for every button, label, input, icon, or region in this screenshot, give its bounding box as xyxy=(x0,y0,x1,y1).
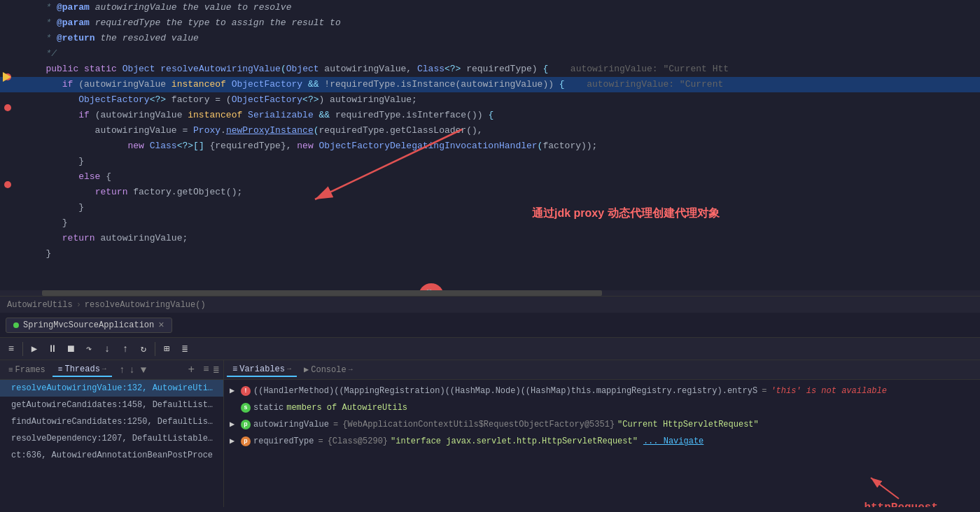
line-code: else { xyxy=(27,169,980,185)
var-expand-arrow[interactable]: ▶ xyxy=(230,434,238,448)
code-line: if (autowiringValue instanceof ObjectFac… xyxy=(0,77,980,92)
var-name: ((HandlerMethod)((MappingRegistration)((… xyxy=(253,384,757,398)
line-code: ObjectFactory<?> factory = (ObjectFactor… xyxy=(27,92,980,108)
frame-item[interactable]: resolveAutowiringValue:132, AutowireUtil… xyxy=(0,380,223,397)
line-code: return autowiringValue; xyxy=(27,231,980,246)
variable-item[interactable]: ▶!((HandlerMethod)((MappingRegistration)… xyxy=(224,383,980,399)
code-line: * @return the resolved value xyxy=(0,31,980,46)
var-type-icon: p xyxy=(241,420,251,429)
frame-item[interactable]: ct:636, AutowiredAnnotationBeanPostProce xyxy=(0,447,223,464)
line-code: } xyxy=(27,154,980,169)
toolbar-btn-frames[interactable]: ⊞ xyxy=(158,341,175,357)
toolbar-btn-step-into[interactable]: ↓ xyxy=(99,341,115,357)
code-line: } xyxy=(0,215,980,231)
breakpoint-dot[interactable] xyxy=(4,181,11,188)
editor-scrollbar[interactable] xyxy=(0,290,980,296)
var-expand-arrow[interactable]: ▶ xyxy=(230,418,238,432)
breadcrumb: AutowireUtils › resolveAutowiringValue() xyxy=(0,296,980,313)
frames-nav-arrows: ↑ ↓ xyxy=(118,364,136,376)
add-button[interactable]: + xyxy=(186,364,198,376)
frames-threads-panel: ≡ Frames ≡ Threads → ↑ ↓ ▼ + ≡ ≣ xyxy=(0,360,224,507)
code-line: return factory.getObject(); xyxy=(0,185,980,200)
breadcrumb-class: AutowireUtils xyxy=(7,300,73,310)
variables-tab-label: Variables xyxy=(239,364,285,374)
var-name: autowiringValue xyxy=(253,418,329,432)
toolbar-btn-layout[interactable]: ≣ xyxy=(176,341,193,357)
debug-toolbar: ≡ ▶ ⏸ ⏹ ↷ ↓ ↑ ↻ ⊞ ≣ xyxy=(0,338,980,360)
line-code: * @param requiredType the type to assign… xyxy=(27,15,980,31)
frames-panel-tabs: ≡ Frames ≡ Threads → ↑ ↓ ▼ + ≡ ≣ xyxy=(0,360,223,380)
variable-item[interactable]: ▶pautowiringValue = {WebApplicationConte… xyxy=(224,416,980,433)
tab-frames[interactable]: ≡ Frames xyxy=(3,364,51,376)
debug-tab-bar: SpringMvcSourceApplication × xyxy=(0,313,980,338)
line-code: } xyxy=(27,215,980,231)
code-line: else { xyxy=(0,169,980,185)
frames-tab-icon: ≡ xyxy=(8,366,13,374)
debug-session-tab[interactable]: SpringMvcSourceApplication × xyxy=(6,318,172,333)
navigate-link[interactable]: ... Navigate xyxy=(643,434,704,448)
code-line: } xyxy=(0,154,980,169)
frame-item[interactable]: getAutowireCandidates:1458, DefaultLista… xyxy=(0,397,223,413)
line-code: autowiringValue = Proxy.newProxyInstance… xyxy=(27,123,980,138)
variable-item[interactable]: sstaticmembers of AutowireUtils xyxy=(224,399,980,416)
var-type-icon: s xyxy=(241,403,251,413)
execution-arrow xyxy=(3,72,11,82)
code-line: return autowiringValue; xyxy=(0,231,980,246)
scrollbar-thumb[interactable] xyxy=(42,290,602,296)
var-value: 'this' is not available xyxy=(771,384,887,398)
session-tab-label: SpringMvcSourceApplication xyxy=(23,320,154,330)
line-code: * @return the resolved value xyxy=(27,31,980,46)
toolbar-separator-1 xyxy=(22,342,23,356)
line-code: if (autowiringValue instanceof Serializa… xyxy=(27,108,980,123)
breadcrumb-method: resolveAutowiringValue() xyxy=(85,300,206,310)
code-line: new Class<?>[] {requiredType}, new Objec… xyxy=(0,138,980,154)
toolbar-btn-resume[interactable]: ▶ xyxy=(26,341,43,357)
var-equals: = xyxy=(333,418,338,432)
variable-item[interactable]: ▶prequiredType = {Class@5290} "interface… xyxy=(224,433,980,450)
threads-tab-arrow: → xyxy=(102,365,106,373)
var-equals: = xyxy=(762,384,766,398)
code-line: * @param autowiringValue the value to re… xyxy=(0,0,980,15)
var-type-icon: ! xyxy=(241,386,251,396)
frames-tab-label: Frames xyxy=(15,365,46,375)
line-code: return factory.getObject(); xyxy=(27,185,980,200)
toolbar-btn-menu[interactable]: ≡ xyxy=(3,341,20,357)
code-line: ObjectFactory<?> factory = (ObjectFactor… xyxy=(0,92,980,108)
http-request-annotation: httpRequest xyxy=(864,474,938,507)
code-line: public static Object resolveAutowiringVa… xyxy=(0,62,980,77)
toolbar-separator-2 xyxy=(155,342,155,356)
nav-up-arrow[interactable]: ↑ xyxy=(118,364,126,376)
breakpoint-dot[interactable] xyxy=(4,104,11,111)
search-button[interactable]: 🔍 xyxy=(419,283,444,290)
toolbar-btn-run-to[interactable]: ↻ xyxy=(135,341,152,357)
code-line: */ xyxy=(0,46,980,62)
var-expand-arrow[interactable]: ▶ xyxy=(230,384,238,398)
breadcrumb-separator: › xyxy=(76,300,81,310)
toolbar-btn-pause[interactable]: ⏸ xyxy=(44,341,61,357)
console-tab-label: Console xyxy=(311,365,346,375)
svg-line-3 xyxy=(871,478,899,499)
toolbar-btn-step-over[interactable]: ↷ xyxy=(80,341,97,357)
session-status-dot xyxy=(13,322,19,328)
line-code: } xyxy=(27,246,980,262)
tab-threads[interactable]: ≡ Threads → xyxy=(52,363,112,377)
line-code: */ xyxy=(27,46,980,62)
toolbar-btn-stop[interactable]: ⏹ xyxy=(62,341,79,357)
tab-variables[interactable]: ≡ Variables → xyxy=(227,363,297,377)
frame-item[interactable]: findAutowireCandidates:1250, DefaultList… xyxy=(0,413,223,430)
code-content: * @param autowiringValue the value to re… xyxy=(0,0,980,262)
nav-extra-1[interactable]: ≡ xyxy=(202,364,210,376)
toolbar-btn-step-out[interactable]: ↑ xyxy=(117,341,134,357)
session-close-button[interactable]: × xyxy=(158,320,164,330)
tab-console[interactable]: ▶ Console → xyxy=(298,363,358,376)
nav-down-arrow[interactable]: ↓ xyxy=(127,364,136,376)
var-type-icon: p xyxy=(241,436,251,446)
annotation-label: 通过jdk proxy 动态代理创建代理对象 xyxy=(532,206,720,221)
frame-item[interactable]: resolveDependency:1207, DefaultListableB… xyxy=(0,430,223,447)
variables-tab-arrow: → xyxy=(287,365,291,373)
var-name: static xyxy=(253,401,284,415)
threads-tab-icon: ≡ xyxy=(58,365,63,374)
filter-button[interactable]: ▼ xyxy=(139,364,148,376)
nav-extra-2[interactable]: ≣ xyxy=(212,364,220,376)
variables-list: ▶!((HandlerMethod)((MappingRegistration)… xyxy=(224,380,980,507)
